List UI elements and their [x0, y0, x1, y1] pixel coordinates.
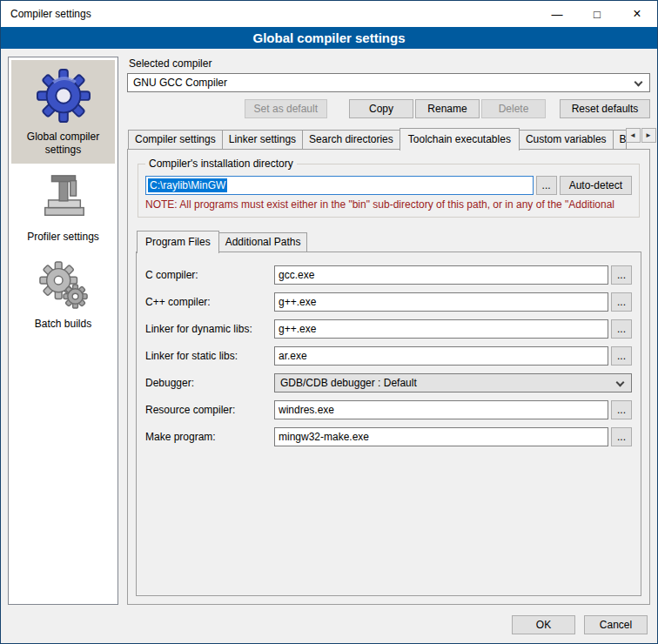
field-row: C++ compiler: ... [145, 292, 632, 312]
browse-button[interactable]: ... [536, 176, 557, 195]
sidebar-item-profiler-settings[interactable]: Profiler settings [11, 164, 115, 251]
installation-directory-value: C:\raylib\MinGW [148, 178, 227, 192]
sidebar-item-batch-builds[interactable]: Batch builds [11, 251, 115, 338]
cpp-compiler-label: C++ compiler: [145, 296, 274, 308]
settings-category-list: Global compiler settings Profiler settin… [8, 57, 118, 605]
field-row: Resource compiler: ... [145, 400, 632, 419]
tab-scroll-buttons: ◄ ► [626, 128, 656, 143]
compiler-actions: Set as default Copy Rename Delete Reset … [127, 99, 650, 118]
tab-compiler-settings[interactable]: Compiler settings [128, 130, 223, 150]
page-title: Global compiler settings [252, 30, 405, 45]
tab-custom-variables[interactable]: Custom variables [519, 130, 614, 150]
sidebar-item-label: Global compiler settings [13, 131, 113, 157]
toolchain-executables-page: Compiler's installation directory C:\ray… [127, 149, 650, 605]
main-panel: Selected compiler GNU GCC Compiler Set a… [127, 57, 650, 605]
dynamic-linker-label: Linker for dynamic libs: [145, 323, 274, 335]
tab-scroll-right-button[interactable]: ► [641, 128, 656, 143]
gear-icon [37, 69, 91, 123]
installation-directory-group: Compiler's installation directory C:\ray… [138, 164, 640, 218]
field-row: Make program: ... [145, 427, 632, 446]
browse-button[interactable]: ... [611, 319, 632, 339]
browse-button[interactable]: ... [611, 265, 632, 285]
auto-detect-button[interactable]: Auto-detect [560, 176, 632, 195]
close-button[interactable]: × [617, 1, 657, 27]
cancel-button[interactable]: Cancel [584, 615, 648, 634]
tab-linker-settings[interactable]: Linker settings [222, 130, 303, 150]
profiler-icon [37, 172, 91, 223]
static-linker-input[interactable] [274, 346, 608, 366]
tab-scroll-left-button[interactable]: ◄ [626, 128, 641, 143]
program-files-tabbar: Program Files Additional Paths [136, 231, 641, 252]
debugger-select-value: GDB/CDB debugger : Default [280, 377, 417, 389]
set-as-default-button: Set as default [245, 99, 327, 118]
dynamic-linker-input[interactable] [274, 319, 608, 339]
settings-tabbar: Compiler settings Linker settings Search… [127, 128, 650, 150]
compiler-select-value: GNU GCC Compiler [133, 77, 227, 89]
debugger-label: Debugger: [145, 377, 274, 389]
sidebar-item-label: Batch builds [35, 318, 91, 331]
browse-button[interactable]: ... [611, 292, 632, 312]
program-files-page: C compiler: ... C++ compiler: ... Linker… [136, 252, 641, 596]
ok-button[interactable]: OK [512, 615, 575, 634]
reset-defaults-button[interactable]: Reset defaults [560, 99, 650, 118]
sidebar-item-label: Profiler settings [27, 231, 99, 244]
window-titlebar: Compiler settings — □ × [1, 1, 657, 27]
installation-directory-group-title: Compiler's installation directory [145, 158, 297, 170]
resource-compiler-label: Resource compiler: [145, 404, 274, 416]
debugger-select[interactable]: GDB/CDB debugger : Default [274, 373, 632, 392]
tab-program-files[interactable]: Program Files [137, 231, 219, 253]
resource-compiler-input[interactable] [274, 400, 608, 419]
tab-additional-paths[interactable]: Additional Paths [218, 232, 308, 252]
field-row: C compiler: ... [145, 265, 632, 285]
note-text: NOTE: All programs must exist either in … [145, 198, 632, 211]
field-row: Debugger: GDB/CDB debugger : Default [145, 373, 632, 392]
gears-icon [37, 259, 91, 310]
chevron-down-icon [634, 78, 643, 87]
minimize-button[interactable]: — [537, 1, 577, 27]
header-banner: Global compiler settings [1, 27, 657, 49]
dialog-footer: OK Cancel [1, 610, 657, 643]
field-row: Linker for static libs: ... [145, 346, 632, 366]
installation-directory-row: C:\raylib\MinGW ... Auto-detect [145, 176, 632, 195]
compiler-settings-window: Compiler settings — □ × Global compiler … [0, 0, 658, 644]
cpp-compiler-input[interactable] [274, 292, 608, 312]
delete-button: Delete [481, 99, 546, 118]
dialog-content: Global compiler settings Profiler settin… [1, 49, 657, 610]
tab-toolchain-executables[interactable]: Toolchain executables [400, 128, 520, 151]
make-program-input[interactable] [274, 427, 608, 446]
selected-compiler-label: Selected compiler [129, 57, 650, 70]
field-row: Linker for dynamic libs: ... [145, 319, 632, 339]
sidebar-item-global-compiler-settings[interactable]: Global compiler settings [11, 60, 115, 164]
browse-button[interactable]: ... [611, 346, 632, 366]
copy-button[interactable]: Copy [349, 99, 413, 118]
make-program-label: Make program: [145, 431, 274, 443]
tab-build-options[interactable]: Buil [613, 130, 627, 150]
window-title: Compiler settings [10, 8, 91, 20]
window-controls: — □ × [537, 1, 657, 27]
static-linker-label: Linker for static libs: [145, 350, 274, 362]
chevron-down-icon [616, 379, 625, 387]
maximize-button[interactable]: □ [577, 1, 617, 27]
rename-button[interactable]: Rename [415, 99, 480, 118]
compiler-select[interactable]: GNU GCC Compiler [127, 73, 650, 92]
c-compiler-input[interactable] [274, 265, 608, 285]
tab-search-directories[interactable]: Search directories [302, 130, 400, 150]
c-compiler-label: C compiler: [145, 269, 274, 281]
browse-button[interactable]: ... [611, 400, 632, 419]
installation-directory-input[interactable]: C:\raylib\MinGW [145, 176, 534, 195]
browse-button[interactable]: ... [611, 427, 632, 446]
